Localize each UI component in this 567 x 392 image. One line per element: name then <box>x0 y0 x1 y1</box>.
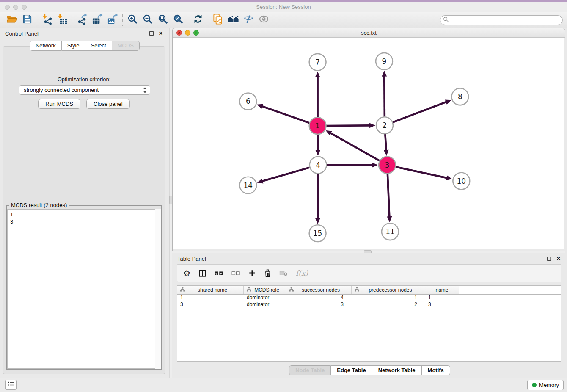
clone-network-button[interactable] <box>210 14 226 26</box>
cell-name[interactable]: 3 <box>425 301 459 308</box>
graph-node-8[interactable]: 8 <box>451 88 468 105</box>
close-panel-icon[interactable]: ✕ <box>157 30 164 37</box>
cell-MCDS-role[interactable]: dominator <box>244 295 286 301</box>
run-mcds-button[interactable]: Run MCDS <box>38 99 80 109</box>
show-columns-icon[interactable] <box>198 269 206 277</box>
export-network-button[interactable] <box>74 14 90 26</box>
graph-edge-1-2[interactable] <box>326 123 376 128</box>
graph-edge-1-7[interactable] <box>315 72 320 118</box>
first-neighbors-button[interactable] <box>226 14 241 26</box>
cell-shared-name[interactable]: 3 <box>177 301 244 308</box>
export-table-button[interactable] <box>90 14 105 26</box>
graph-edge-1-6[interactable] <box>257 104 310 123</box>
zoom-window-icon[interactable] <box>22 5 27 10</box>
zoom-selected-button[interactable] <box>171 14 186 26</box>
graph-node-label: 15 <box>313 229 322 237</box>
network-maximize-icon[interactable]: + <box>193 30 199 36</box>
graph-node-10[interactable]: 10 <box>453 173 470 190</box>
graph-node-label: 6 <box>246 97 250 105</box>
search-input[interactable] <box>451 17 562 23</box>
graph-edge-4-3[interactable] <box>327 163 378 168</box>
table-settings-gear-icon[interactable]: ⚙ <box>183 269 190 277</box>
graph-node-2[interactable]: 2 <box>376 117 393 134</box>
graph-edge-4-14[interactable] <box>257 167 310 183</box>
column-header-predecessor-nodes[interactable]: predecessor nodes <box>352 286 425 294</box>
vertical-splitter[interactable] <box>169 28 172 378</box>
close-window-icon[interactable] <box>5 5 10 10</box>
network-close-icon[interactable]: × <box>176 30 182 36</box>
table-row[interactable]: 3dominator323 <box>177 301 561 308</box>
zoom-in-button[interactable] <box>125 14 140 26</box>
graph-node-15[interactable]: 15 <box>309 225 326 242</box>
graph-node-3[interactable]: 3 <box>379 157 396 174</box>
hide-selected-button[interactable] <box>241 14 256 26</box>
zoom-out-button[interactable] <box>140 14 155 26</box>
open-file-button[interactable] <box>4 14 19 26</box>
graph-edge-3-1[interactable] <box>326 130 380 161</box>
cell-shared-name[interactable]: 1 <box>177 295 244 301</box>
memory-label: Memory <box>539 382 559 388</box>
column-header-shared-name[interactable]: shared name <box>177 286 244 294</box>
network-canvas[interactable]: 7968124314101511 <box>173 38 564 249</box>
optimization-criterion-select[interactable]: strongly connected component <box>19 85 150 95</box>
control-panel-title: Control Panel <box>5 30 146 37</box>
column-header-MCDS-role[interactable]: MCDS role <box>244 286 286 294</box>
graph-edge-3-10[interactable] <box>395 167 452 180</box>
task-history-button[interactable] <box>5 380 17 390</box>
tab-style[interactable]: Style <box>62 41 85 51</box>
table-float-panel-icon[interactable] <box>546 255 553 262</box>
refresh-layout-button[interactable] <box>190 14 206 26</box>
column-header-successor-nodes[interactable]: successor nodes <box>286 286 352 294</box>
minimize-window-icon[interactable] <box>13 5 18 10</box>
cell-predecessor-nodes[interactable]: 2 <box>352 301 425 308</box>
tab-network-table[interactable]: Network Table <box>372 365 422 375</box>
cell-name[interactable]: 1 <box>425 295 459 301</box>
tab-node-table[interactable]: Node Table <box>289 365 331 375</box>
graph-node-14[interactable]: 14 <box>239 177 256 194</box>
graph-node-label: 2 <box>383 121 387 130</box>
cell-successor-nodes[interactable]: 3 <box>286 301 352 308</box>
network-minimize-icon[interactable]: − <box>185 30 190 36</box>
deselect-all-columns-icon[interactable] <box>231 270 240 276</box>
select-all-columns-icon[interactable] <box>215 270 223 276</box>
column-header-name[interactable]: name <box>425 286 459 294</box>
tab-edge-table[interactable]: Edge Table <box>331 365 372 375</box>
delete-row-trash-icon[interactable] <box>264 269 271 277</box>
import-network-button[interactable] <box>39 14 55 26</box>
cell-predecessor-nodes[interactable]: 1 <box>352 295 425 301</box>
tab-select[interactable]: Select <box>85 41 112 51</box>
graph-edge-2-8[interactable] <box>393 100 451 123</box>
graph-node-6[interactable]: 6 <box>239 93 256 110</box>
graph-node-4[interactable]: 4 <box>310 157 327 174</box>
zoom-fit-button[interactable] <box>155 14 171 26</box>
cell-MCDS-role[interactable]: dominator <box>244 301 286 308</box>
add-column-icon[interactable] <box>248 269 256 277</box>
import-table-button[interactable] <box>55 14 70 26</box>
graph-edge-4-15[interactable] <box>315 174 320 224</box>
result-scrollbar[interactable] <box>155 209 161 369</box>
tab-mcds[interactable]: MCDS <box>112 41 140 51</box>
table-row[interactable]: 1dominator411 <box>177 295 561 301</box>
float-panel-icon[interactable] <box>148 30 155 37</box>
graph-node-7[interactable]: 7 <box>309 54 326 71</box>
close-panel-button[interactable]: Close panel <box>86 99 130 109</box>
graph-edge-2-9[interactable] <box>382 71 387 117</box>
save-session-button[interactable] <box>19 14 35 26</box>
tab-network[interactable]: Network <box>30 41 62 51</box>
graph-node-11[interactable]: 11 <box>382 223 399 240</box>
clone-network-icon <box>213 14 223 27</box>
table-close-panel-icon[interactable]: ✕ <box>555 255 562 262</box>
show-graphics-details-button[interactable] <box>256 14 271 26</box>
memory-button[interactable]: Memory <box>527 380 564 390</box>
export-image-button[interactable] <box>105 14 120 26</box>
status-bar: Memory <box>0 378 567 392</box>
graph-node-1[interactable]: 1 <box>309 117 326 134</box>
graph-edge-1-4[interactable] <box>315 134 320 156</box>
graph-edge-2-3[interactable] <box>384 134 389 156</box>
graph-edge-3-11[interactable] <box>387 174 392 223</box>
cell-successor-nodes[interactable]: 4 <box>286 295 352 301</box>
graph-node-9[interactable]: 9 <box>376 53 393 70</box>
control-panel: Control Panel ✕ NetworkStyleSelectMCDS O… <box>0 28 169 378</box>
search-box[interactable] <box>440 15 563 25</box>
tab-motifs[interactable]: Motifs <box>422 365 450 375</box>
